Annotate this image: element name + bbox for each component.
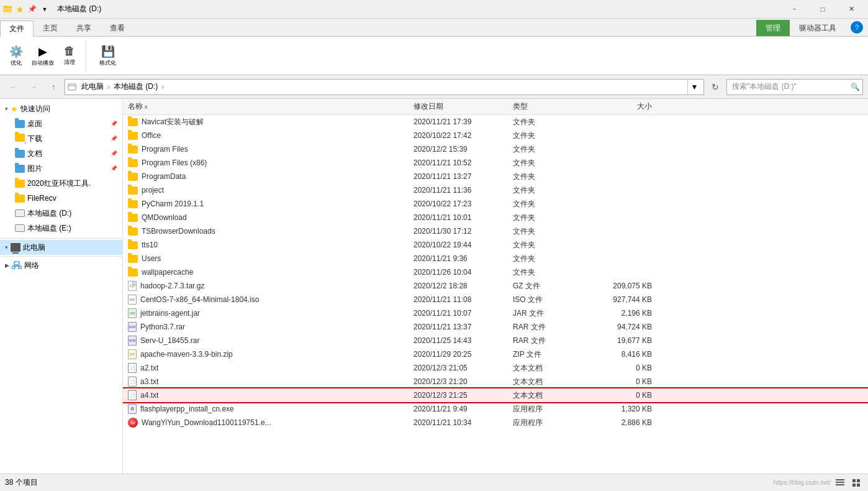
table-row[interactable]: 📄 a4.txt 2020/12/3 21:25 文本文档 0 KB: [123, 388, 868, 402]
pin-indicator3: 📌: [111, 150, 117, 157]
file-name: TSBrowserDownloads: [128, 227, 414, 236]
table-row[interactable]: RAR Serv-U_18455.rar 2020/11/25 14:43 RA…: [123, 334, 868, 347]
tab-file[interactable]: 文件: [0, 21, 34, 37]
quick-access-header[interactable]: ▾ ★ 快速访问: [0, 101, 122, 116]
ribbon-content: ⚙️ 优化 ▶ 自动播放 🗑 清理 💾 格式化: [0, 36, 868, 75]
ribbon-btn-cleanup[interactable]: 🗑 清理: [58, 43, 81, 68]
search-field[interactable]: 搜索"本地磁盘 (D:)" 🔍: [726, 79, 863, 95]
table-row[interactable]: Users 2020/11/21 9:36 文件夹: [123, 252, 868, 265]
sidebar-item-filerecv[interactable]: FileRecv: [0, 191, 122, 206]
down-arrow-icon[interactable]: ▼: [40, 4, 50, 14]
file-date: 2020/11/21 13:37: [414, 323, 513, 331]
refresh-button[interactable]: ↻: [707, 79, 724, 95]
file-type: 文本文档: [513, 377, 600, 387]
ribbon-btn-autoplay[interactable]: ▶ 自动播放: [29, 43, 57, 69]
table-row[interactable]: QMDownload 2020/11/21 10:01 文件夹: [123, 211, 868, 224]
file-date: 2020/11/21 11:36: [414, 186, 513, 195]
sidebar-item-desktop[interactable]: 桌面 📌: [0, 116, 122, 131]
file-date: 2020/11/21 9:36: [414, 254, 513, 263]
sidebar-item-network[interactable]: ▶ 网络: [0, 258, 122, 273]
address-dropdown[interactable]: ▼: [687, 79, 701, 95]
back-button[interactable]: ←: [5, 79, 22, 95]
file-rows: Navicat安装与破解 2020/11/21 17:39 文件夹 Office…: [123, 115, 868, 429]
tab-manage[interactable]: 管理: [756, 20, 790, 36]
svg-rect-12: [836, 482, 844, 483]
sidebar-item-pics[interactable]: 图片 📌: [0, 161, 122, 176]
table-row[interactable]: TSBrowserDownloads 2020/11/30 17:12 文件夹: [123, 224, 868, 238]
pin-icon[interactable]: 📌: [27, 4, 37, 14]
file-type: 文件夹: [513, 144, 600, 155]
svg-marker-3: [17, 6, 23, 12]
sidebar-item-thispc[interactable]: ▾ 此电脑: [0, 240, 122, 255]
help-button[interactable]: ?: [851, 21, 863, 34]
close-button[interactable]: ✕: [837, 0, 866, 19]
table-row[interactable]: 📄 a2.txt 2020/12/3 21:05 文本文档 0 KB: [123, 361, 868, 375]
minimize-button[interactable]: －: [780, 0, 808, 19]
col-header-date[interactable]: 修改日期: [414, 101, 513, 112]
table-row[interactable]: W WangYiYun_Download1100119751.e... 2020…: [123, 416, 868, 429]
file-date: 2020/11/21 17:39: [414, 117, 513, 126]
file-name: Program Files (x86): [128, 158, 414, 167]
ribbon-btn-optimize[interactable]: ⚙️ 优化: [5, 43, 27, 69]
tab-view[interactable]: 查看: [101, 20, 134, 36]
table-row[interactable]: PyCharm 2019.1.1 2020/10/22 17:23 文件夹: [123, 197, 868, 211]
file-type: 文件夹: [513, 213, 600, 223]
table-row[interactable]: ISO CentOS-7-x86_64-Minimal-1804.iso 202…: [123, 293, 868, 306]
table-row[interactable]: Navicat安装与破解 2020/11/21 17:39 文件夹: [123, 115, 868, 129]
table-row[interactable]: wallpapercache 2020/11/26 10:04 文件夹: [123, 265, 868, 279]
file-type: GZ 文件: [513, 281, 600, 291]
table-row[interactable]: ZIP apache-maven-3.3.9-bin.zip 2020/11/2…: [123, 347, 868, 361]
maximize-button[interactable]: □: [808, 0, 837, 19]
view-grid-button[interactable]: [849, 476, 863, 490]
table-row[interactable]: project 2020/11/21 11:36 文件夹: [123, 183, 868, 197]
table-row[interactable]: Program Files (x86) 2020/11/21 10:52 文件夹: [123, 156, 868, 170]
quick-access-icon[interactable]: [15, 4, 25, 14]
file-name: RAR Python3.7.rar: [128, 322, 414, 332]
thispc-icon: [11, 243, 20, 252]
sidebar-item-docs[interactable]: 文档 📌: [0, 146, 122, 161]
table-row[interactable]: ProgramData 2020/11/21 13:27 文件夹: [123, 170, 868, 183]
main-layout: ▾ ★ 快速访问 桌面 📌 ↓ 下载 📌 文档 📌: [0, 99, 868, 474]
file-date: 2020/11/21 13:27: [414, 172, 513, 181]
file-name: ProgramData: [128, 172, 414, 181]
table-row[interactable]: GZ hadoop-2.7.3.tar.gz 2020/12/2 18:28 G…: [123, 279, 868, 293]
app-icon: [2, 4, 12, 14]
table-row[interactable]: Program Files 2020/12/2 15:39 文件夹: [123, 142, 868, 156]
path-drived[interactable]: 本地磁盘 (D:): [111, 80, 160, 93]
tab-share[interactable]: 共享: [67, 20, 101, 36]
table-row[interactable]: Office 2020/10/22 17:42 文件夹: [123, 129, 868, 142]
table-row[interactable]: RAR Python3.7.rar 2020/11/21 13:37 RAR 文…: [123, 320, 868, 334]
tab-home[interactable]: 主页: [34, 20, 67, 36]
filerecv-folder-icon: [15, 195, 25, 203]
file-name: GZ hadoop-2.7.3.tar.gz: [128, 281, 414, 291]
address-field[interactable]: 此电脑 › 本地磁盘 (D:) › ▼: [65, 79, 704, 95]
sidebar-item-driveD[interactable]: 本地磁盘 (D:): [0, 206, 122, 221]
table-row[interactable]: JAR jetbrains-agent.jar 2020/11/21 10:07…: [123, 306, 868, 320]
sidebar-item-download[interactable]: ↓ 下载 📌: [0, 131, 122, 146]
path-thispc[interactable]: 此电脑: [79, 80, 106, 93]
sidebar-item-driveE[interactable]: 本地磁盘 (E:): [0, 221, 122, 236]
sidebar-item-tool2020[interactable]: 2020红亚环境工具.: [0, 176, 122, 191]
file-size: 8,416 KB: [600, 350, 662, 359]
file-name: Program Files: [128, 145, 414, 154]
download-folder-icon: ↓: [15, 134, 25, 144]
table-row[interactable]: 📄 a3.txt 2020/12/3 21:20 文本文档 0 KB: [123, 375, 868, 388]
col-header-name[interactable]: 名称 ∧: [128, 101, 414, 112]
file-date: 2020/11/21 10:52: [414, 158, 513, 167]
tab-drive-tools[interactable]: 驱动器工具: [790, 20, 846, 36]
ribbon-btn-format[interactable]: 💾 格式化: [96, 43, 119, 69]
svg-rect-11: [836, 479, 844, 480]
ribbon-tabs: 文件 主页 共享 查看 管理 驱动器工具 ?: [0, 19, 868, 36]
table-row[interactable]: tts10 2020/10/22 19:44 文件夹: [123, 238, 868, 252]
view-details-button[interactable]: [833, 476, 847, 490]
sort-arrow: ∧: [144, 104, 148, 110]
file-size: 19,677 KB: [600, 336, 662, 345]
up-button[interactable]: ↑: [45, 79, 62, 95]
file-type: 文件夹: [513, 172, 600, 182]
col-header-type[interactable]: 类型: [513, 101, 600, 112]
table-row[interactable]: ⚙ flashplayerpp_install_cn.exe 2020/11/2…: [123, 402, 868, 416]
forward-button[interactable]: →: [25, 79, 42, 95]
col-header-size[interactable]: 大小: [600, 101, 662, 112]
file-date: 2020/11/21 11:08: [414, 295, 513, 304]
file-name: wallpapercache: [128, 268, 414, 277]
